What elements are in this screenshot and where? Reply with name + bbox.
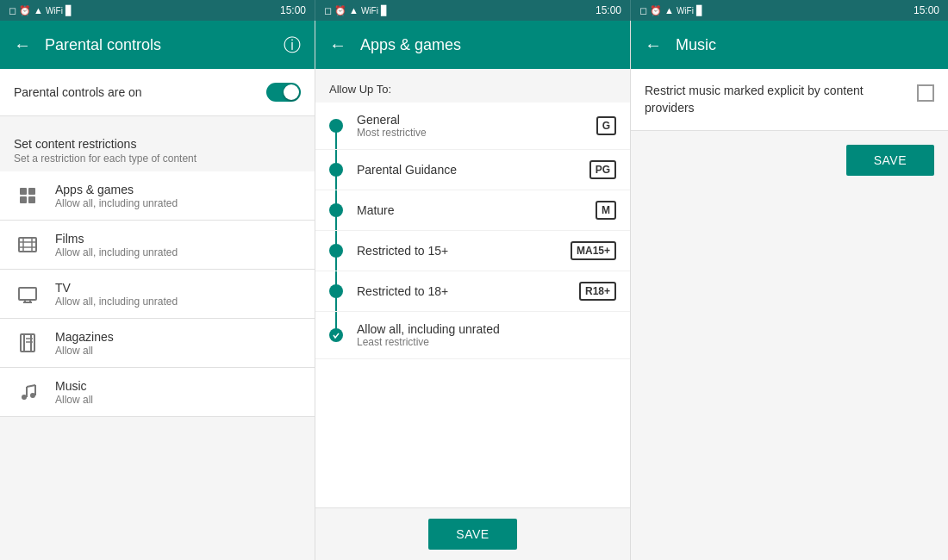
panel3-back-button[interactable]: ←	[645, 35, 662, 55]
panel1-title: Parental controls	[45, 36, 270, 54]
music-icon	[14, 378, 41, 406]
panel2-title: Apps & games	[360, 36, 616, 54]
rating-badge-r18: R18+	[579, 282, 616, 301]
films-text: Films Allow all, including unrated	[55, 232, 301, 258]
rating-item-general[interactable]: General Most restrictive G	[315, 103, 630, 150]
apps-games-panel: ← Apps & games Allow Up To: General Most…	[315, 21, 631, 560]
parental-controls-panel: ← Parental controls ⓘ Parental controls …	[0, 21, 315, 560]
svg-rect-13	[21, 334, 31, 352]
svg-rect-2	[20, 196, 27, 203]
svg-line-21	[27, 385, 35, 387]
films-icon	[14, 231, 41, 258]
panel3-save-row: SAVE	[631, 131, 948, 190]
tv-icon	[14, 280, 41, 308]
list-item-films[interactable]: Films Allow all, including unrated	[0, 221, 315, 270]
rating-text-all: Allow all, including unrated Least restr…	[357, 322, 616, 348]
rating-dot-pg	[329, 163, 343, 177]
apps-games-sublabel: Allow all, including unrated	[55, 197, 301, 209]
rating-item-all[interactable]: Allow all, including unrated Least restr…	[315, 312, 630, 359]
restrict-music-row: Restrict music marked explicit by conten…	[631, 69, 948, 131]
svg-rect-0	[20, 188, 27, 195]
magazines-sublabel: Allow all	[55, 345, 301, 357]
rating-text-r18: Restricted to 18+	[357, 284, 579, 298]
music-text: Music Allow all	[55, 379, 301, 406]
rating-badge-mature: M	[596, 201, 616, 220]
panel1-back-button[interactable]: ←	[14, 35, 31, 55]
panel3-toolbar: ← Music	[631, 21, 948, 69]
magazines-icon	[14, 329, 41, 357]
list-item-music[interactable]: Music Allow all	[0, 368, 315, 417]
list-item-apps-games[interactable]: Apps & games Allow all, including unrate…	[0, 171, 315, 221]
content-restrictions-subtitle: Set a restriction for each type of conte…	[14, 152, 301, 165]
rating-text-general: General Most restrictive	[357, 113, 596, 139]
status-icons-left-2: ◻ ⏰ ▲ WiFi ▊	[324, 5, 388, 16]
parental-controls-toggle[interactable]	[266, 83, 301, 102]
rating-text-pg: Parental Guidance	[357, 163, 589, 177]
status-icons-left-1: ◻ ⏰ ▲ WiFi ▊	[9, 5, 72, 16]
status-time-1: 15:00	[280, 4, 306, 16]
panel2-save-row: SAVE	[315, 507, 630, 560]
tv-text: TV Allow all, including unrated	[55, 281, 301, 308]
content-restrictions-title: Set content restrictions	[14, 137, 301, 151]
allow-up-to-label: Allow Up To:	[315, 69, 630, 103]
rating-badge-pg: PG	[589, 160, 616, 179]
panel1-status-bar: ◻ ⏰ ▲ WiFi ▊ 15:00	[0, 0, 315, 21]
apps-games-label: Apps & games	[55, 183, 301, 196]
rating-item-pg[interactable]: Parental Guidance PG	[315, 150, 630, 190]
content-restrictions-header: Set content restrictions Set a restricti…	[0, 123, 315, 171]
rating-list: General Most restrictive G Parental Guid…	[315, 103, 630, 507]
rating-dot-r18	[329, 284, 343, 298]
rating-dot-all-checked	[329, 328, 343, 342]
status-time-3: 15:00	[914, 4, 939, 16]
list-item-tv[interactable]: TV Allow all, including unrated	[0, 270, 315, 319]
apps-games-icon	[14, 182, 41, 209]
restrict-music-checkbox[interactable]	[917, 84, 934, 102]
music-label: Music	[55, 379, 301, 393]
magazines-text: Magazines Allow all	[55, 330, 301, 357]
panel3-status-bar: ◻ ⏰ ▲ WiFi ▊ 15:00	[631, 0, 948, 21]
svg-rect-9	[19, 288, 36, 300]
status-icons-left-3: ◻ ⏰ ▲ WiFi ▊	[639, 5, 703, 16]
help-icon[interactable]: ⓘ	[284, 34, 301, 57]
rating-dot-general	[329, 119, 343, 133]
rating-item-r18[interactable]: Restricted to 18+ R18+	[315, 271, 630, 312]
rating-badge-ma15: MA15+	[571, 241, 616, 260]
rating-text-ma15: Restricted to 15+	[357, 244, 571, 258]
panel2-save-button[interactable]: SAVE	[428, 519, 516, 550]
list-item-magazines[interactable]: Magazines Allow all	[0, 319, 315, 368]
panel2-toolbar: ← Apps & games	[315, 21, 630, 69]
films-label: Films	[55, 232, 301, 246]
panel3-title: Music	[676, 36, 934, 54]
panel2-status-bar: ◻ ⏰ ▲ WiFi ▊ 15:00	[315, 0, 631, 21]
panel3-save-button[interactable]: SAVE	[846, 145, 934, 176]
panel2-back-button[interactable]: ←	[329, 35, 346, 55]
svg-rect-4	[19, 238, 36, 252]
svg-rect-14	[24, 334, 34, 352]
films-sublabel: Allow all, including unrated	[55, 246, 301, 258]
parental-controls-toggle-label: Parental controls are on	[14, 85, 142, 99]
rating-dot-mature	[329, 203, 343, 217]
rating-item-mature[interactable]: Mature M	[315, 190, 630, 231]
music-panel: ← Music Restrict music marked explicit b…	[631, 21, 948, 560]
rating-badge-general: G	[596, 116, 616, 135]
parental-controls-toggle-row: Parental controls are on	[0, 69, 315, 116]
magazines-label: Magazines	[55, 330, 301, 344]
svg-rect-1	[28, 188, 35, 195]
music-sublabel: Allow all	[55, 394, 301, 406]
svg-rect-3	[28, 196, 35, 203]
apps-games-text: Apps & games Allow all, including unrate…	[55, 183, 301, 209]
rating-dot-ma15	[329, 244, 343, 258]
rating-item-ma15[interactable]: Restricted to 15+ MA15+	[315, 231, 630, 271]
status-time-2: 15:00	[596, 4, 621, 16]
rating-text-mature: Mature	[357, 203, 596, 217]
tv-sublabel: Allow all, including unrated	[55, 296, 301, 308]
restrict-music-label: Restrict music marked explicit by conten…	[645, 83, 903, 116]
panel1-toolbar: ← Parental controls ⓘ	[0, 21, 315, 69]
tv-label: TV	[55, 281, 301, 295]
